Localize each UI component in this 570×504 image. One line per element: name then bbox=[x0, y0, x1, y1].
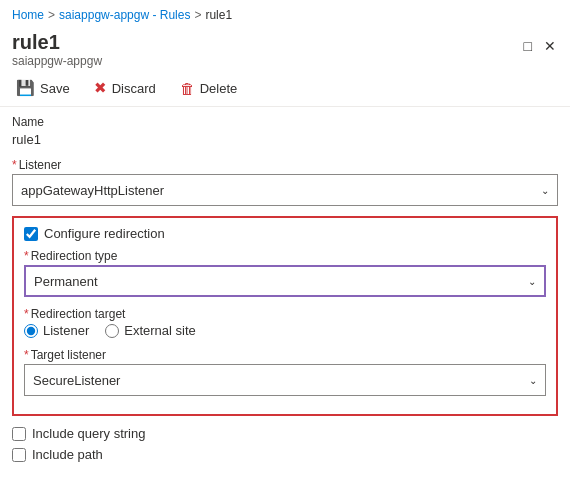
discard-button[interactable]: ✖ Discard bbox=[90, 76, 160, 100]
maximize-icon: □ bbox=[524, 38, 532, 54]
radio-external-row: External site bbox=[105, 323, 196, 338]
target-listener-dropdown-text: SecureListener bbox=[33, 373, 120, 388]
target-listener-field-group: * Target listener SecureListener ⌄ bbox=[24, 348, 546, 396]
redirection-type-dropdown-text: Permanent bbox=[34, 274, 98, 289]
redirection-type-label: * Redirection type bbox=[24, 249, 546, 263]
breadcrumb: Home > saiappgw-appgw - Rules > rule1 bbox=[0, 0, 570, 26]
redirection-target-required-star: * bbox=[24, 307, 29, 321]
delete-icon: 🗑 bbox=[180, 80, 195, 97]
radio-listener[interactable] bbox=[24, 324, 38, 338]
name-label: Name bbox=[12, 115, 558, 129]
breadcrumb-rules[interactable]: saiappgw-appgw - Rules bbox=[59, 8, 190, 22]
toolbar-divider bbox=[0, 106, 570, 107]
redirection-target-radio-group: Listener External site bbox=[24, 323, 546, 338]
delete-button[interactable]: 🗑 Delete bbox=[176, 77, 242, 100]
breadcrumb-current: rule1 bbox=[205, 8, 232, 22]
listener-dropdown[interactable]: appGatewayHttpListener ⌄ bbox=[12, 174, 558, 206]
include-query-string-label[interactable]: Include query string bbox=[32, 426, 145, 441]
listener-field-group: * Listener appGatewayHttpListener ⌄ bbox=[12, 158, 558, 206]
redirection-target-field-group: * Redirection target Listener External s… bbox=[24, 307, 546, 338]
radio-listener-row: Listener bbox=[24, 323, 89, 338]
include-path-label[interactable]: Include path bbox=[32, 447, 103, 462]
panel-controls: □ ✕ bbox=[522, 36, 558, 56]
redirection-box: Configure redirection * Redirection type… bbox=[12, 216, 558, 416]
breadcrumb-sep2: > bbox=[194, 8, 201, 22]
redirection-type-dropdown-arrow: ⌄ bbox=[528, 276, 536, 287]
radio-listener-label[interactable]: Listener bbox=[43, 323, 89, 338]
redirection-type-dropdown[interactable]: Permanent ⌄ bbox=[24, 265, 546, 297]
listener-dropdown-text: appGatewayHttpListener bbox=[21, 183, 164, 198]
name-field-group: Name rule1 bbox=[12, 115, 558, 148]
close-icon: ✕ bbox=[544, 38, 556, 54]
breadcrumb-home[interactable]: Home bbox=[12, 8, 44, 22]
radio-external[interactable] bbox=[105, 324, 119, 338]
maximize-button[interactable]: □ bbox=[522, 36, 534, 56]
listener-label: * Listener bbox=[12, 158, 558, 172]
listener-dropdown-arrow: ⌄ bbox=[541, 185, 549, 196]
redirection-type-field-group: * Redirection type Permanent ⌄ bbox=[24, 249, 546, 297]
include-query-string-row: Include query string bbox=[12, 426, 558, 441]
target-listener-required-star: * bbox=[24, 348, 29, 362]
include-path-row: Include path bbox=[12, 447, 558, 462]
name-value: rule1 bbox=[12, 131, 558, 148]
save-icon: 💾 bbox=[16, 79, 35, 97]
redirection-target-label-text: Redirection target bbox=[31, 307, 126, 321]
save-label: Save bbox=[40, 81, 70, 96]
configure-redirection-row: Configure redirection bbox=[24, 226, 546, 241]
target-listener-dropdown-arrow: ⌄ bbox=[529, 375, 537, 386]
page-title: rule1 bbox=[12, 30, 102, 54]
close-button[interactable]: ✕ bbox=[542, 36, 558, 56]
panel-title-group: rule1 saiappgw-appgw bbox=[12, 30, 102, 68]
form-body: Name rule1 * Listener appGatewayHttpList… bbox=[0, 115, 570, 462]
panel-header: rule1 saiappgw-appgw □ ✕ bbox=[0, 26, 570, 70]
include-path-checkbox[interactable] bbox=[12, 448, 26, 462]
toolbar: 💾 Save ✖ Discard 🗑 Delete bbox=[0, 70, 570, 106]
listener-label-text: Listener bbox=[19, 158, 62, 172]
breadcrumb-sep1: > bbox=[48, 8, 55, 22]
redirection-type-required-star: * bbox=[24, 249, 29, 263]
configure-redirection-checkbox[interactable] bbox=[24, 227, 38, 241]
include-query-string-checkbox[interactable] bbox=[12, 427, 26, 441]
target-listener-dropdown[interactable]: SecureListener ⌄ bbox=[24, 364, 546, 396]
radio-external-label[interactable]: External site bbox=[124, 323, 196, 338]
save-button[interactable]: 💾 Save bbox=[12, 76, 74, 100]
discard-label: Discard bbox=[112, 81, 156, 96]
target-listener-label-text: Target listener bbox=[31, 348, 106, 362]
panel-subtitle: saiappgw-appgw bbox=[12, 54, 102, 68]
listener-required-star: * bbox=[12, 158, 17, 172]
configure-redirection-label[interactable]: Configure redirection bbox=[44, 226, 165, 241]
redirection-target-label: * Redirection target bbox=[24, 307, 546, 321]
target-listener-label: * Target listener bbox=[24, 348, 546, 362]
delete-label: Delete bbox=[200, 81, 238, 96]
redirection-type-label-text: Redirection type bbox=[31, 249, 118, 263]
discard-icon: ✖ bbox=[94, 79, 107, 97]
